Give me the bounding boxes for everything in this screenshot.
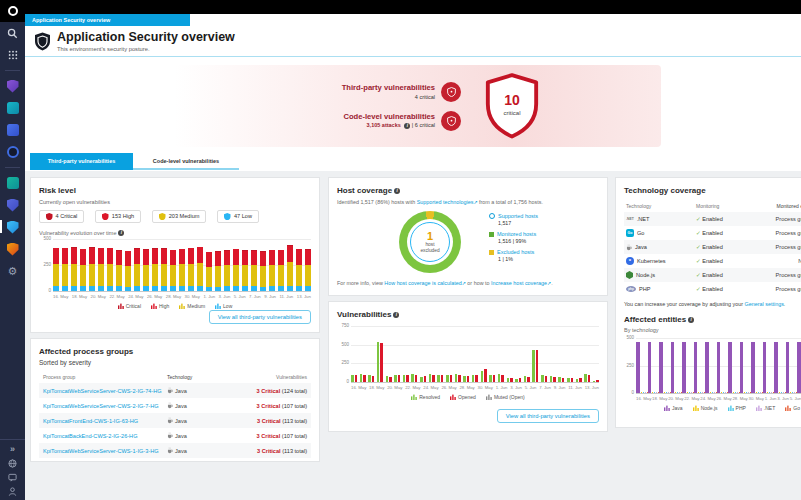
app-monitor-teal-icon[interactable] <box>0 97 25 119</box>
host-coverage-donut[interactable]: 1 hostexcluded <box>399 211 461 273</box>
third-party-critical-count: 4 critical <box>342 94 435 100</box>
technology-row[interactable]: GoGo✓ EnabledProcess groups: <box>624 226 801 240</box>
process-group-row[interactable]: KpiTomcatFrontEnd-CWS-1-IG-63-HGJava3 Cr… <box>39 413 311 428</box>
info-icon[interactable]: i <box>394 188 400 194</box>
process-group-row[interactable]: KpiTomcatWebServiceServer-CWS-1-IG-3-HGJ… <box>39 443 311 458</box>
supported-technologies-link[interactable]: Supported technologies <box>417 199 474 205</box>
app-tab[interactable]: Application Security overview <box>25 14 190 26</box>
app-globe-icon[interactable] <box>0 141 25 163</box>
chart-legend-item[interactable]: Critical <box>118 303 141 309</box>
app-shield-indigo-icon[interactable] <box>0 194 25 216</box>
technology-row[interactable]: phpPHP✓ EnabledProcess groups: <box>624 282 801 296</box>
chart-legend-item[interactable]: Medium <box>179 303 205 309</box>
technology-table-header: Technology Monitoring Monitored entities <box>624 200 801 212</box>
technology-row[interactable]: Java✓ EnabledProcess groups: <box>624 240 801 254</box>
process-groups-subtitle: Sorted by severity <box>39 359 311 366</box>
settings-gear-icon[interactable]: ⚙ <box>0 260 25 282</box>
process-group-link[interactable]: KpiTomcatWebServiceServer-CWS-2-IG-7-HG <box>43 403 167 409</box>
info-icon[interactable]: i <box>404 123 410 129</box>
technology-row[interactable]: Node.js✓ EnabledProcess groups: <box>624 268 801 282</box>
third-party-label: Third-party vulnerabilities <box>342 83 435 92</box>
host-coverage-legend-item[interactable]: Excluded hosts1 | 1% <box>489 249 538 262</box>
summary-band: Third-party vulnerabilities 4 critical C… <box>25 57 801 152</box>
view-all-third-party-button[interactable]: View all third-party vulnerabilities <box>497 409 599 423</box>
monitored-entities: Process groups: <box>756 272 801 278</box>
app-shield-orange-icon[interactable] <box>0 238 25 260</box>
app-dashboard-blue-icon[interactable] <box>0 119 25 141</box>
excluded-host-count: 1 <box>411 230 449 242</box>
technology-name: .NET.NET <box>626 216 696 222</box>
vulnerabilities-chart-legend: ResolvedOpenedMuted (Open) <box>337 394 599 400</box>
vulnerabilities-chart-x-axis: 16. May18. May20. May22. May24. May26. M… <box>351 385 599 390</box>
feedback-icon[interactable] <box>0 470 25 484</box>
technology-row[interactable]: *Kubernetes✓ EnabledNodes: <box>624 254 801 268</box>
severity-badge[interactable]: 47 Low <box>217 210 259 223</box>
tab-code-level-vulnerabilities[interactable]: Code-level vulnerabilities <box>133 153 239 170</box>
page-title: Application Security overview <box>57 30 235 44</box>
process-group-link[interactable]: KpiTomcatWebServiceServer-CWS-1-IG-3-HG <box>43 448 167 454</box>
user-profile-icon[interactable] <box>0 484 25 498</box>
vulnerability-tabs: Third-party vulnerabilities Code-level v… <box>25 152 801 171</box>
vulnerabilities-title: Vulnerabilities <box>337 310 391 319</box>
page-header: Application Security overview This envir… <box>25 26 801 57</box>
chart-legend-item[interactable]: High <box>151 303 169 309</box>
tab-third-party-vulnerabilities[interactable]: Third-party vulnerabilities <box>30 153 133 170</box>
affected-process-groups-card: Affected process groups Sorted by severi… <box>30 338 320 462</box>
severity-badge[interactable]: 153 High <box>95 210 141 223</box>
app-shield-purple-icon[interactable] <box>0 75 25 97</box>
chart-legend-item[interactable]: .NET <box>756 405 775 411</box>
dynatrace-logo[interactable] <box>0 0 25 22</box>
chart-legend-item[interactable]: Opened <box>450 394 476 400</box>
info-icon[interactable]: i <box>393 312 399 318</box>
code-level-critical-count: | 6 critical <box>412 122 435 128</box>
code-level-summary[interactable]: Code-level vulnerabilities 3,105 attacks… <box>217 111 461 131</box>
apps-grid-icon[interactable] <box>0 44 25 66</box>
left-nav-sidebar: ⚙ » <box>0 0 25 500</box>
chart-legend-item[interactable]: PHP <box>728 405 746 411</box>
host-coverage-legend-item[interactable]: Supported hosts1,517 <box>489 213 538 226</box>
app-security-shield-active-icon[interactable] <box>0 216 25 238</box>
process-group-row[interactable]: KpiTomcatBackEnd-CWS-2-IG-26-HGJava3 Cri… <box>39 428 311 443</box>
how-calculated-link[interactable]: How host coverage is calculated <box>384 280 461 286</box>
technology-coverage-card: Technology coverage Technology Monitorin… <box>615 177 801 428</box>
help-globe-icon[interactable] <box>0 456 25 470</box>
chart-legend-item[interactable]: Node.js <box>693 405 718 411</box>
code-level-label: Code-level vulnerabilities <box>343 112 435 121</box>
affected-entities-legend: JavaNode.jsPHP.NETGo <box>624 405 801 411</box>
coverage-footer-text: You can increase your coverage by adjust… <box>624 301 743 307</box>
process-group-link[interactable]: KpiTomcatFrontEnd-CWS-1-IG-63-HG <box>43 418 167 424</box>
col-technology: Technology <box>167 374 229 380</box>
process-group-technology: Java <box>167 402 229 409</box>
monitored-entities: Nodes: <box>756 258 801 264</box>
info-icon[interactable]: i <box>688 317 694 323</box>
third-party-summary[interactable]: Third-party vulnerabilities 4 critical <box>217 82 461 102</box>
chart-legend-item[interactable]: Muted (Open) <box>486 394 525 400</box>
process-group-row[interactable]: KpiTomcatWebServiceServer-CWS-2-IG-74-HG… <box>39 383 311 398</box>
chart-legend-item[interactable]: Low <box>215 303 232 309</box>
search-icon[interactable] <box>0 22 25 44</box>
affected-entities-title: Affected entities <box>624 315 686 324</box>
chart-legend-item[interactable]: Resolved <box>411 394 440 400</box>
technology-coverage-table: Technology Monitoring Monitored entities… <box>624 200 801 296</box>
app-chart-teal-icon[interactable] <box>0 172 25 194</box>
chart-legend-item[interactable]: Go <box>785 405 800 411</box>
app-security-shield-icon <box>34 32 51 52</box>
technology-name: phpPHP <box>626 286 696 292</box>
chart-legend-item[interactable]: Java <box>664 405 683 411</box>
monitoring-status: ✓ Enabled <box>696 258 756 264</box>
host-coverage-legend-item[interactable]: Monitored hosts1,516 | 99% <box>489 231 538 244</box>
severity-badge[interactable]: 4 Critical <box>39 210 84 223</box>
technology-row[interactable]: .NET.NET✓ EnabledProcess groups: <box>624 212 801 226</box>
general-settings-link[interactable]: General settings <box>745 301 784 307</box>
process-group-row[interactable]: KpiTomcatWebServiceServer-CWS-2-IG-7-HGJ… <box>39 398 311 413</box>
increase-coverage-link[interactable]: Increase host coverage <box>491 280 547 286</box>
expand-chevrons-icon[interactable]: » <box>0 442 25 456</box>
info-icon[interactable]: i <box>118 230 124 236</box>
view-all-third-party-button[interactable]: View all third-party vulnerabilities <box>209 310 311 324</box>
monitored-entities: Process groups: <box>756 286 801 292</box>
process-group-link[interactable]: KpiTomcatWebServiceServer-CWS-2-IG-74-HG <box>43 388 167 394</box>
severity-badge[interactable]: 203 Medium <box>152 210 206 223</box>
page-subtitle: This environment's security posture. <box>57 46 150 52</box>
code-level-counts: 3,105 attacks i | 6 critical <box>343 122 435 129</box>
process-group-link[interactable]: KpiTomcatBackEnd-CWS-2-IG-26-HG <box>43 433 167 439</box>
